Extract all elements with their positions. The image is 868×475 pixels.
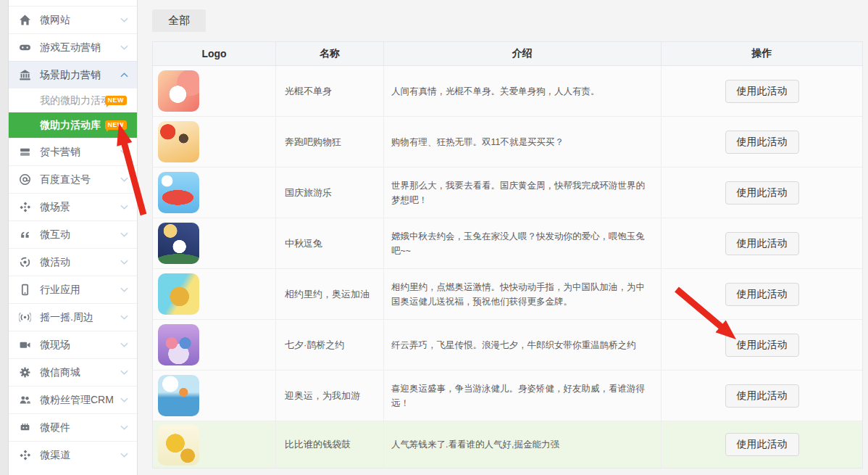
activity-logo-gold-medal — [158, 273, 199, 315]
swirl-icon — [19, 256, 31, 268]
users-icon — [19, 394, 31, 406]
sidebar-item-label: 贺卡营销 — [40, 146, 80, 159]
use-activity-button[interactable]: 使用此活动 — [725, 334, 799, 357]
sidebar-item-basic-settings[interactable]: 基础设置 — [9, 0, 137, 6]
sidebar-item-label: 微渠道 — [40, 449, 70, 462]
gear-icon — [19, 366, 31, 379]
chevron-down-icon — [120, 287, 128, 292]
sidebar-item-micro-scene[interactable]: 微场景 — [9, 193, 137, 220]
table-row: 中秋逗兔 嫦娥中秋去约会，玉兔在家没人喂？快发动你的爱心，喂饱玉兔吧~~ 使用此… — [153, 218, 862, 269]
sidebar-item-label: 我的微助力活动 — [40, 94, 105, 107]
column-header-intro: 介绍 — [384, 42, 662, 65]
activity-name: 国庆旅游乐 — [276, 168, 384, 218]
column-header-action: 操作 — [662, 42, 862, 65]
sidebar-item-my-assist-activities[interactable]: 我的微助力活动 NEW — [9, 88, 137, 112]
sidebar-item-label: 摇一摇.周边 — [40, 311, 93, 324]
table-row: 国庆旅游乐 世界那么大，我要去看看。国庆黄金周，快帮我完成环游世界的梦想吧！ 使… — [153, 168, 862, 218]
chevron-down-icon — [120, 342, 128, 347]
chevron-down-icon — [120, 370, 128, 375]
sidebar-item-assist-activity-library[interactable]: 微助力活动库 NEW — [9, 112, 137, 138]
table-row: 七夕·鹊桥之约 纤云弄巧，飞星传恨。浪漫七夕，牛郎织女带你重温鹊桥之约 使用此活… — [153, 320, 862, 371]
sidebar-item-label: 百度直达号 — [40, 173, 91, 186]
activity-logo-dog — [158, 70, 199, 112]
activity-name: 中秋逗兔 — [276, 218, 384, 268]
chevron-up-icon — [120, 73, 128, 78]
left-gutter — [0, 0, 9, 475]
use-activity-button[interactable]: 使用此活动 — [725, 384, 799, 408]
home-icon — [19, 14, 31, 26]
activity-name: 迎奥运，为我加游 — [276, 371, 384, 421]
column-header-logo: Logo — [153, 42, 276, 65]
chevron-down-icon — [120, 232, 128, 237]
gamepad-icon — [19, 41, 31, 54]
sidebar-item-label: 微网站 — [40, 14, 70, 27]
hardware-chip-icon — [19, 421, 31, 434]
chevron-down-icon — [120, 260, 128, 265]
activity-description: 嫦娥中秋去约会，玉兔在家没人喂？快发动你的爱心，喂饱玉兔吧~~ — [384, 218, 662, 268]
chevron-down-icon — [120, 397, 128, 402]
activity-description: 购物有理、狂热无罪。双11不就是买买买？ — [384, 117, 662, 167]
sidebar-item-label: 微场景 — [40, 201, 70, 214]
sidebar-item-label: 微互动 — [40, 228, 70, 241]
sidebar-item-greeting-card-marketing[interactable]: 贺卡营销 — [9, 138, 137, 165]
activity-description: 世界那么大，我要去看看。国庆黄金周，快帮我完成环游世界的梦想吧！ — [384, 168, 662, 218]
chevron-down-icon — [120, 453, 128, 458]
activity-table: Logo 名称 介绍 操作 光棍不单身 人间有真情，光棍不单身。关爱单身狗，人人… — [152, 41, 863, 468]
sidebar-nav: 基础设置 微网站 游戏互动营销 场景助力营销 我的微助力活动 NEW 微助力活动… — [9, 0, 138, 475]
chevron-down-icon — [120, 149, 128, 154]
sidebar-item-label: 微现场 — [40, 339, 70, 352]
activity-name: 比比谁的钱袋鼓 — [276, 421, 384, 468]
activity-name: 相约里约，奥运加油 — [276, 269, 384, 319]
sidebar-item-label: 场景助力营销 — [40, 69, 101, 82]
sidebar-item-micro-live[interactable]: 微现场 — [9, 331, 137, 358]
activity-name: 奔跑吧购物狂 — [276, 117, 384, 167]
activity-logo-money-bag — [158, 424, 199, 466]
sidebar-item-industry-apps[interactable]: 行业应用 — [9, 276, 137, 303]
sidebar-item-baidu-zhida[interactable]: 百度直达号 — [9, 165, 137, 193]
chevron-down-icon — [120, 17, 128, 22]
sidebar-item-label: 微信商城 — [40, 366, 80, 379]
activity-description: 相约里约，点燃奥运激情。快快动动手指，为中国队加油，为中国奥运健儿送祝福，预祝他… — [384, 269, 662, 319]
sidebar-item-label: 行业应用 — [40, 284, 80, 297]
activity-logo-qixi-couple — [158, 324, 199, 365]
main-content: 全部 Logo 名称 介绍 操作 光棍不单身 人间有真情，光棍不单身。关爱单身狗… — [138, 0, 868, 475]
chevron-down-icon — [120, 315, 128, 320]
activity-logo-rabbit — [158, 223, 199, 264]
sidebar-item-micro-channel[interactable]: 微渠道 — [9, 441, 137, 468]
sidebar-item-label: 游戏互动营销 — [40, 41, 101, 54]
use-activity-button[interactable]: 使用此活动 — [725, 433, 799, 456]
sidebar-item-shake-nearby[interactable]: 摇一摇.周边 — [9, 303, 137, 331]
table-row: 奔跑吧购物狂 购物有理、狂热无罪。双11不就是买买买？ 使用此活动 — [153, 117, 862, 168]
activity-description: 喜迎奥运盛事，争当游泳健儿。身姿矫健，好友助威，看谁游得远！ — [384, 371, 662, 421]
sidebar-item-label: 微助力活动库 — [40, 119, 101, 132]
activity-logo-shopper — [158, 121, 199, 162]
sidebar-item-game-marketing[interactable]: 游戏互动营销 — [9, 33, 137, 61]
at-icon — [19, 173, 31, 186]
new-badge: NEW — [105, 120, 128, 130]
use-activity-button[interactable]: 使用此活动 — [725, 131, 799, 154]
sidebar-item-fans-crm[interactable]: 微粉丝管理CRM — [9, 386, 137, 413]
network-dots-icon — [19, 449, 31, 461]
column-header-name: 名称 — [276, 42, 384, 65]
activity-description: 人间有真情，光棍不单身。关爱单身狗，人人有责。 — [384, 66, 662, 116]
use-activity-button[interactable]: 使用此活动 — [725, 283, 799, 306]
table-row-highlighted: 比比谁的钱袋鼓 人气筹钱来了.看看谁的人气好,掘金能力强 使用此活动 — [153, 421, 862, 468]
sidebar-item-micro-activity[interactable]: 微活动 — [9, 248, 137, 276]
activity-description: 人气筹钱来了.看看谁的人气好,掘金能力强 — [384, 421, 662, 468]
activity-description: 纤云弄巧，飞星传恨。浪漫七夕，牛郎织女带你重温鹊桥之约 — [384, 320, 662, 370]
chevron-down-icon — [120, 177, 128, 182]
sidebar-item-micro-website[interactable]: 微网站 — [9, 6, 137, 33]
chevron-down-icon — [120, 205, 128, 210]
tab-all[interactable]: 全部 — [152, 9, 206, 32]
use-activity-button[interactable]: 使用此活动 — [725, 232, 799, 255]
sidebar-item-wechat-mall[interactable]: 微信商城 — [9, 358, 137, 386]
sidebar-item-micro-hardware[interactable]: 微硬件 — [9, 413, 137, 441]
sidebar-item-micro-interaction[interactable]: 微互动 — [9, 220, 137, 248]
bank-icon — [19, 69, 31, 81]
table-header-row: Logo 名称 介绍 操作 — [153, 42, 862, 66]
sidebar-item-label: 微活动 — [40, 256, 70, 269]
use-activity-button[interactable]: 使用此活动 — [725, 80, 799, 103]
use-activity-button[interactable]: 使用此活动 — [725, 181, 799, 205]
video-camera-icon — [19, 339, 31, 351]
sidebar-item-scene-assist-marketing[interactable]: 场景助力营销 — [9, 61, 137, 88]
